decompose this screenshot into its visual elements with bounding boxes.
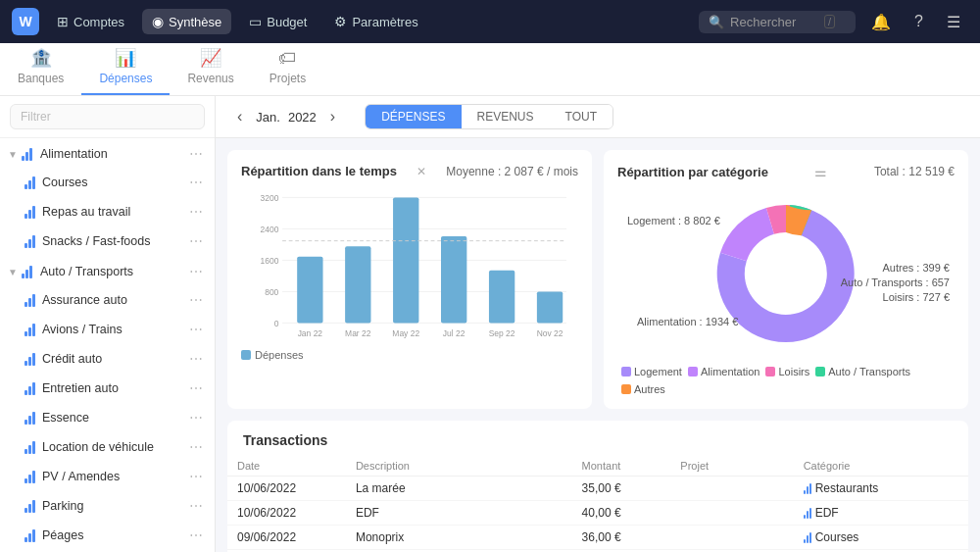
peages-more-icon[interactable]: ⋯: [185, 526, 207, 545]
label-autres: Autres : 399 €: [883, 262, 951, 274]
sidebar-item-repas[interactable]: Repas au travail ⋯: [0, 197, 215, 226]
sidebar: ▼ Alimentation ⋯ Courses ⋯ Repas au trav…: [0, 96, 216, 552]
parking-more-icon[interactable]: ⋯: [185, 496, 207, 516]
charts-row: Répartition dans le temps ✕ Moyenne : 2 …: [216, 138, 980, 421]
svg-rect-20: [537, 291, 563, 323]
projets-icon: 🏷: [278, 48, 296, 69]
table-row[interactable]: 09/06/2022 Monoprix 36,00 € Courses: [227, 526, 968, 550]
nav-synthese[interactable]: ◉ Synthèse: [142, 9, 231, 34]
expand-icon-auto: ▼: [8, 267, 18, 277]
cell-description: EDF: [346, 501, 572, 526]
filter-input[interactable]: [10, 104, 205, 129]
essence-label: Essence: [42, 411, 185, 425]
col-date: Date: [227, 456, 346, 477]
cell-amount: 40,00 €: [572, 501, 671, 526]
sidebar-item-courses[interactable]: Courses ⋯: [0, 168, 215, 197]
sidebar-item-credit-auto[interactable]: Crédit auto ⋯: [0, 344, 215, 374]
snacks-label: Snacks / Fast-foods: [42, 234, 185, 248]
category-row-icon: [804, 531, 811, 543]
nav-budget[interactable]: ▭ Budget: [239, 9, 317, 34]
category-row-icon: [804, 482, 811, 494]
period-prev-button[interactable]: ‹: [231, 106, 248, 127]
sidebar-item-location[interactable]: Location de véhicule ⋯: [0, 432, 215, 462]
cell-date: 09/06/2022: [227, 526, 346, 550]
legend-depenses-dot: [241, 350, 251, 360]
nav-parametres[interactable]: ⚙ Paramètres: [324, 9, 427, 34]
tab-banques[interactable]: 🏦 Banques: [0, 39, 81, 95]
sidebar-item-entretien[interactable]: Entretien auto ⋯: [0, 374, 215, 403]
courses-icon: [22, 175, 37, 190]
repas-more-icon[interactable]: ⋯: [185, 202, 207, 222]
banques-icon: 🏦: [30, 47, 52, 69]
legend-loisirs: Loisirs: [765, 366, 809, 377]
alimentation-icon: [20, 146, 35, 162]
cell-category: Restaurants: [794, 477, 968, 501]
legend-autres: Autres: [621, 383, 665, 395]
tab-tout-btn[interactable]: TOUT: [550, 105, 612, 128]
tab-projets[interactable]: 🏷 Projets: [252, 40, 323, 95]
parking-icon: [22, 498, 37, 514]
cell-description: La marée: [346, 477, 572, 501]
transactions-title: Transactions: [227, 421, 968, 456]
period-tab-group: DÉPENSES REVENUS TOUT: [365, 104, 613, 129]
category-group-header-alimentation[interactable]: ▼ Alimentation ⋯: [0, 138, 215, 168]
tab-revenus-label: Revenus: [187, 72, 233, 85]
svg-text:Nov 22: Nov 22: [537, 328, 564, 338]
sidebar-item-parking[interactable]: Parking ⋯: [0, 491, 215, 521]
nav-synthese-label: Synthèse: [169, 15, 221, 29]
essence-more-icon[interactable]: ⋯: [185, 408, 207, 427]
sidebar-item-essence[interactable]: Essence ⋯: [0, 403, 215, 432]
avions-icon: [22, 322, 37, 337]
col-description: Description: [346, 456, 572, 477]
alimentation-more-icon[interactable]: ⋯: [185, 144, 207, 164]
menu-icon[interactable]: ☰: [939, 9, 968, 35]
category-row-icon: [804, 507, 811, 519]
legend-auto: Auto / Transports: [815, 366, 910, 377]
courses-more-icon[interactable]: ⋯: [185, 173, 207, 192]
category-chart: Répartition par catégorie ⚌ Total : 12 5…: [604, 150, 968, 409]
time-chart-average: Moyenne : 2 087 € / mois: [446, 165, 578, 178]
auto-more-icon[interactable]: ⋯: [185, 262, 207, 281]
tab-revenus[interactable]: 📈 Revenus: [170, 39, 251, 95]
sidebar-item-snacks[interactable]: Snacks / Fast-foods ⋯: [0, 226, 215, 256]
search-box[interactable]: 🔍 /: [699, 11, 856, 33]
legend-alimentation: Alimentation: [688, 366, 760, 377]
time-chart-icon[interactable]: ✕: [416, 165, 426, 178]
sidebar-item-assurance[interactable]: Assurance auto ⋯: [0, 285, 215, 315]
entretien-more-icon[interactable]: ⋯: [185, 378, 207, 398]
col-categorie: Catégorie: [794, 456, 968, 477]
avions-more-icon[interactable]: ⋯: [185, 320, 207, 339]
peages-label: Péages: [42, 528, 185, 542]
snacks-icon: [22, 233, 37, 249]
category-chart-filter-icon[interactable]: ⚌: [814, 164, 827, 179]
tab-depenses-btn[interactable]: DÉPENSES: [366, 105, 461, 128]
credit-auto-more-icon[interactable]: ⋯: [185, 349, 207, 369]
snacks-more-icon[interactable]: ⋯: [185, 231, 207, 251]
pv-more-icon[interactable]: ⋯: [185, 467, 207, 486]
search-input[interactable]: [730, 15, 818, 29]
nav-comptes[interactable]: ⊞ Comptes: [47, 9, 134, 34]
location-more-icon[interactable]: ⋯: [185, 437, 207, 457]
sidebar-filter[interactable]: [0, 96, 215, 138]
table-row[interactable]: 10/06/2022 La marée 35,00 € Restaurants: [227, 477, 968, 501]
tab-depenses-label: Dépenses: [99, 72, 152, 85]
table-row[interactable]: 10/06/2022 EDF 40,00 € EDF: [227, 501, 968, 526]
cell-description: Monoprix: [346, 526, 572, 550]
legend-loisirs-dot: [765, 367, 775, 376]
svg-text:800: 800: [265, 287, 278, 297]
tab-revenus-btn[interactable]: REVENUS: [462, 105, 550, 128]
budget-icon: ▭: [249, 14, 262, 29]
sidebar-item-peages[interactable]: Péages ⋯: [0, 521, 215, 550]
period-next-button[interactable]: ›: [324, 106, 341, 127]
help-icon[interactable]: ?: [906, 9, 931, 34]
assurance-more-icon[interactable]: ⋯: [185, 290, 207, 310]
sidebar-item-avions[interactable]: Avions / Trains ⋯: [0, 315, 215, 344]
entretien-icon: [22, 380, 37, 396]
notifications-icon[interactable]: 🔔: [863, 9, 899, 35]
sidebar-item-pv[interactable]: PV / Amendes ⋯: [0, 462, 215, 491]
tab-depenses[interactable]: 📊 Dépenses: [81, 39, 170, 95]
category-group-header-auto[interactable]: ▼ Auto / Transports ⋯: [0, 256, 215, 285]
period-bar: ‹ Jan. 2022 › DÉPENSES REVENUS TOUT: [216, 96, 980, 138]
search-shortcut: /: [824, 15, 835, 28]
cell-category: Courses: [794, 526, 968, 550]
